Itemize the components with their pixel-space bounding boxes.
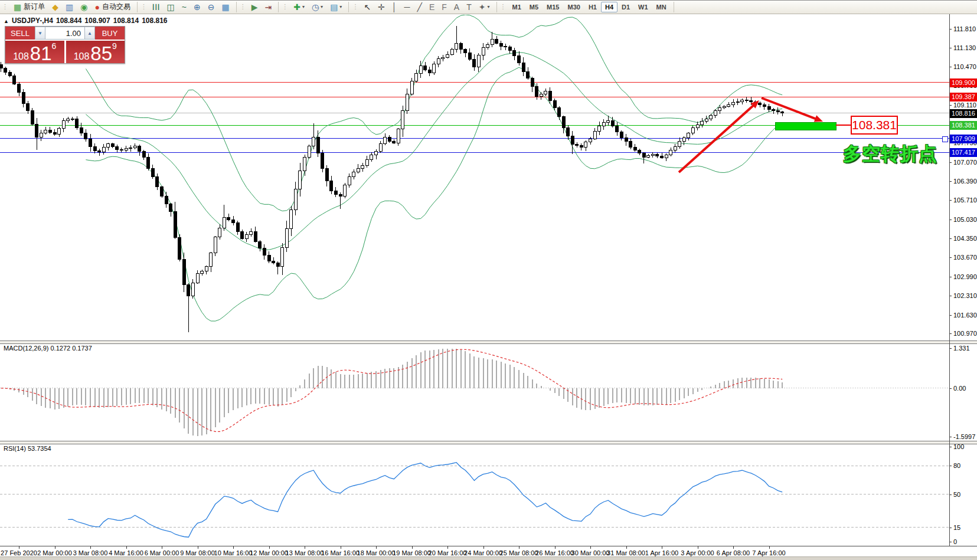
- trendline-icon[interactable]: ╱: [414, 1, 425, 13]
- hline-icon[interactable]: ─: [401, 1, 413, 13]
- time-label: 26 Mar 16:00: [535, 549, 574, 556]
- market-watch-icon: ▥: [66, 3, 73, 11]
- auto-trading-button[interactable]: ●自动交易: [92, 1, 133, 13]
- text-icon[interactable]: A: [451, 1, 462, 13]
- price-tick: 107.070: [953, 159, 977, 166]
- rsi-level: 100: [953, 443, 964, 450]
- price-tick: 101.630: [953, 312, 977, 319]
- rsi-indicator-panel[interactable]: [0, 444, 977, 546]
- candle-body: [151, 168, 154, 176]
- macd-min: -1.5997: [953, 433, 975, 440]
- tile-windows-icon[interactable]: ▦: [218, 1, 232, 13]
- candle-body: [710, 116, 713, 119]
- volume-increase-button[interactable]: ▲: [84, 27, 95, 40]
- candle-body: [31, 111, 34, 125]
- volume-input[interactable]: 1.00: [45, 27, 84, 40]
- up-trend-arrow[interactable]: [679, 100, 759, 172]
- arrows-icon[interactable]: ✦▾: [476, 1, 493, 13]
- new-order-button[interactable]: ▦新订单: [11, 1, 48, 13]
- fibonacci-icon[interactable]: F: [439, 1, 450, 13]
- candle-body: [656, 154, 659, 156]
- zoom-out-icon[interactable]: ⊖: [205, 1, 218, 13]
- price-tick: 106.390: [953, 178, 977, 185]
- chevron-down-icon[interactable]: ▾: [488, 4, 490, 9]
- channel-icon: E: [429, 3, 434, 11]
- price-tick: 105.710: [953, 197, 977, 204]
- chevron-down-icon[interactable]: ▾: [321, 4, 323, 9]
- bollinger-middle-band: [86, 53, 782, 250]
- templates-button[interactable]: ▤▾: [327, 1, 345, 13]
- ohlc-bars-icon[interactable]: ☰: [149, 1, 163, 13]
- candlestick-icon[interactable]: ◫: [164, 1, 178, 13]
- turning-point-note[interactable]: 多空转折点: [843, 142, 937, 166]
- price-tick: 111.130: [953, 44, 976, 51]
- timeframe-w1[interactable]: W1: [634, 2, 652, 12]
- support-blue-1-badge: 107.909: [950, 135, 977, 143]
- candle-body: [165, 197, 168, 204]
- indicators-button[interactable]: ✚▾: [290, 1, 308, 13]
- candle-body: [263, 248, 266, 256]
- buy-price-button[interactable]: 108 85 9: [66, 41, 125, 63]
- sell-price-button[interactable]: 108 81 6: [5, 41, 66, 63]
- trade-panel-collapse-icon[interactable]: ▲: [4, 18, 9, 24]
- timeframe-m30[interactable]: M30: [563, 2, 584, 12]
- candle-body: [468, 53, 471, 59]
- sell-button[interactable]: SELL: [5, 27, 35, 40]
- down-trend-arrow[interactable]: [762, 98, 823, 122]
- candle-body: [120, 149, 123, 150]
- chart-profiles-icon[interactable]: ◆: [49, 1, 61, 13]
- line-chart-icon[interactable]: ~: [179, 1, 189, 13]
- data-window-icon[interactable]: ◉: [77, 1, 90, 13]
- time-tick: [269, 546, 270, 549]
- candle-body: [763, 104, 766, 106]
- candle-body: [384, 137, 387, 144]
- main-price-chart[interactable]: [0, 15, 977, 341]
- price-callout-label[interactable]: 108.381: [851, 116, 898, 135]
- support-green-badge: 108.381: [950, 121, 977, 130]
- periods-button[interactable]: ◷▾: [309, 1, 326, 13]
- timeframe-h1[interactable]: H1: [584, 2, 601, 12]
- candle-body: [161, 187, 164, 197]
- timeframe-h4[interactable]: H4: [601, 2, 617, 12]
- buy-button[interactable]: BUY: [95, 27, 125, 40]
- market-watch-icon[interactable]: ▥: [63, 1, 76, 13]
- timeframe-m1[interactable]: M1: [508, 2, 525, 12]
- volume-decrease-button[interactable]: ▼: [35, 27, 45, 40]
- candle-body: [125, 149, 128, 150]
- green-support-zone[interactable]: [775, 122, 836, 130]
- chevron-down-icon[interactable]: ▾: [302, 4, 305, 9]
- candle-body: [437, 58, 440, 64]
- time-axis[interactable]: 27 Feb 20202 Mar 00:003 Mar 08:004 Mar 1…: [0, 546, 977, 557]
- candle-body: [348, 176, 351, 185]
- channel-icon[interactable]: E: [426, 1, 437, 13]
- zoom-in-icon[interactable]: ⊕: [191, 1, 204, 13]
- candle-body: [142, 152, 145, 157]
- candle-body: [491, 39, 494, 44]
- timeframe-m15[interactable]: M15: [543, 2, 563, 12]
- candle-body: [8, 72, 11, 76]
- arrows-icon: ✦: [479, 3, 486, 11]
- candle-body: [459, 43, 462, 49]
- candle-body: [714, 111, 717, 116]
- vline-icon[interactable]: │: [389, 1, 400, 13]
- auto-scroll-icon[interactable]: ▶: [249, 1, 261, 13]
- trendline-icon: ╱: [417, 3, 422, 11]
- macd-indicator-panel[interactable]: [0, 344, 977, 441]
- candle-body: [772, 109, 775, 110]
- chevron-down-icon[interactable]: ▾: [339, 4, 342, 9]
- resistance-1-badge: 109.900: [950, 78, 977, 87]
- timeframe-m5[interactable]: M5: [525, 2, 543, 12]
- toolbar-separator: [137, 2, 138, 12]
- crosshair-icon[interactable]: ✛: [375, 1, 388, 13]
- macd-zero: 0.00: [953, 385, 966, 392]
- timeframe-d1[interactable]: D1: [617, 2, 634, 12]
- label-icon[interactable]: T: [463, 1, 475, 13]
- candle-body: [308, 146, 311, 157]
- time-tick: [555, 546, 556, 549]
- chart-shift-icon[interactable]: ⇥: [262, 1, 275, 13]
- timeframe-mn[interactable]: MN: [652, 2, 671, 12]
- hline-drag-handle[interactable]: [942, 136, 948, 142]
- candle-body: [718, 108, 721, 111]
- cursor-icon[interactable]: ↖: [361, 1, 374, 13]
- candle-body: [267, 255, 270, 261]
